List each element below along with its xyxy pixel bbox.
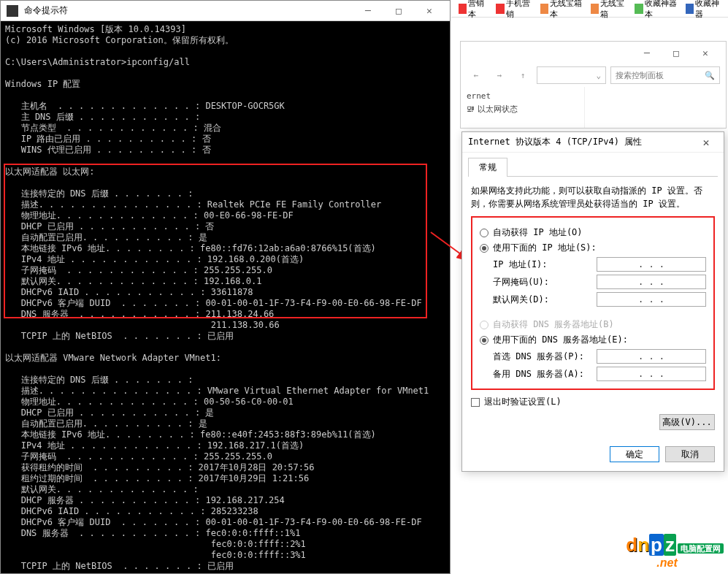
search-input[interactable]: 搜索控制面板🔍 xyxy=(610,66,720,84)
subnet-mask-input[interactable]: . . . xyxy=(597,275,706,289)
toolbar-item[interactable]: 营销本 xyxy=(456,0,490,21)
maximize-button[interactable]: □ xyxy=(662,44,691,61)
cancel-button[interactable]: 取消 xyxy=(665,446,715,462)
close-button[interactable]: ✕ xyxy=(694,134,718,150)
dns1-label: 首选 DNS 服务器(P): xyxy=(493,351,597,363)
up-button[interactable]: ↑ xyxy=(513,66,532,85)
advanced-button[interactable]: 高级(V)... xyxy=(659,414,715,430)
terminal-window: 命令提示符 ─ □ ✕ Microsoft Windows [版本 10.0.1… xyxy=(0,0,451,574)
terminal-titlebar: 命令提示符 ─ □ ✕ xyxy=(1,1,450,21)
sidebar-item[interactable]: 🖳以太网状态 xyxy=(464,102,581,116)
radio-manual-dns[interactable]: 使用下面的 DNS 服务器地址(E): xyxy=(480,334,706,346)
browser-toolbar: 营销本 手机营销 无线宝箱本 无线宝箱 收藏神器本 收藏神器 xyxy=(451,0,728,18)
radio-auto-ip[interactable]: 自动获得 IP 地址(O) xyxy=(480,226,706,239)
gateway-input[interactable]: . . . xyxy=(597,292,706,307)
chevron-down-icon: ⌄ xyxy=(596,71,601,80)
dialog-tabs: 常规 xyxy=(468,157,718,177)
square-icon xyxy=(635,4,643,14)
ip-address-input[interactable]: . . . xyxy=(597,257,706,272)
dialog-description: 如果网络支持此功能，则可以获取自动指派的 IP 设置。否则，你需要从网络系统管理… xyxy=(471,184,715,210)
square-icon xyxy=(459,4,467,14)
toolbar-item[interactable]: 手机营销 xyxy=(493,0,534,21)
alt-dns-input[interactable]: . . . xyxy=(597,367,706,381)
radio-auto-dns: 自动获得 DNS 服务器地址(B) xyxy=(480,318,706,331)
ip-label: IP 地址(I): xyxy=(493,259,597,271)
radio-icon xyxy=(480,321,488,329)
radio-icon xyxy=(480,229,488,237)
explorer-address-row: ← → ↑ ⌄ 搜索控制面板🔍 xyxy=(461,64,726,87)
close-button[interactable]: ✕ xyxy=(691,44,720,61)
watermark-logo: dnpz电脑配置网 .net xyxy=(626,534,724,570)
square-icon xyxy=(686,4,694,14)
forward-button[interactable]: → xyxy=(490,66,509,85)
checkbox-icon xyxy=(471,398,480,407)
dialog-title: Internet 协议版本 4 (TCP/IPv4) 属性 xyxy=(468,136,694,148)
back-button[interactable]: ← xyxy=(467,66,486,85)
gateway-label: 默认网关(D): xyxy=(493,294,597,306)
minimize-button[interactable]: ─ xyxy=(632,44,662,61)
radio-icon xyxy=(480,244,488,253)
mask-label: 子网掩码(U): xyxy=(493,276,597,288)
dns2-label: 备用 DNS 服务器(A): xyxy=(493,368,597,380)
search-icon: 🔍 xyxy=(705,71,715,80)
square-icon xyxy=(540,4,548,14)
explorer-titlebar: ─ □ ✕ xyxy=(461,42,726,64)
explorer-window: ─ □ ✕ ← → ↑ ⌄ 搜索控制面板🔍 ernet 🖳以太网状态 xyxy=(460,41,727,129)
radio-icon xyxy=(480,336,488,345)
primary-dns-input[interactable]: . . . xyxy=(597,349,706,364)
maximize-button[interactable]: □ xyxy=(384,2,413,20)
tab-general[interactable]: 常规 xyxy=(468,158,507,177)
toolbar-item[interactable]: 无线宝箱 xyxy=(588,0,629,21)
validate-checkbox-row[interactable]: 退出时验证设置(L) xyxy=(471,396,715,408)
cmd-icon xyxy=(7,5,18,17)
minimize-button[interactable]: ─ xyxy=(353,2,383,20)
ip-dns-group: 自动获得 IP 地址(O) 使用下面的 IP 地址(S): IP 地址(I):.… xyxy=(471,216,715,390)
dialog-titlebar: Internet 协议版本 4 (TCP/IPv4) 属性 ✕ xyxy=(462,132,724,153)
sidebar-item[interactable]: ernet xyxy=(464,90,581,102)
explorer-sidebar: ernet 🖳以太网状态 xyxy=(461,87,585,128)
square-icon xyxy=(591,4,599,14)
toolbar-item[interactable]: 收藏神器 xyxy=(683,0,724,21)
toolbar-item[interactable]: 收藏神器本 xyxy=(632,0,679,21)
ok-button[interactable]: 确定 xyxy=(610,446,659,462)
terminal-title: 命令提示符 xyxy=(24,4,353,17)
terminal-content[interactable]: Microsoft Windows [版本 10.0.14393] (c) 20… xyxy=(1,21,450,574)
network-icon: 🖳 xyxy=(467,104,475,114)
address-bar[interactable]: ⌄ xyxy=(537,66,606,84)
close-button[interactable]: ✕ xyxy=(415,2,444,20)
radio-manual-ip[interactable]: 使用下面的 IP 地址(S): xyxy=(480,242,706,254)
square-icon xyxy=(496,4,504,14)
tcpip-dialog: Internet 协议版本 4 (TCP/IPv4) 属性 ✕ 常规 如果网络支… xyxy=(461,131,724,472)
toolbar-item[interactable]: 无线宝箱本 xyxy=(537,0,585,21)
